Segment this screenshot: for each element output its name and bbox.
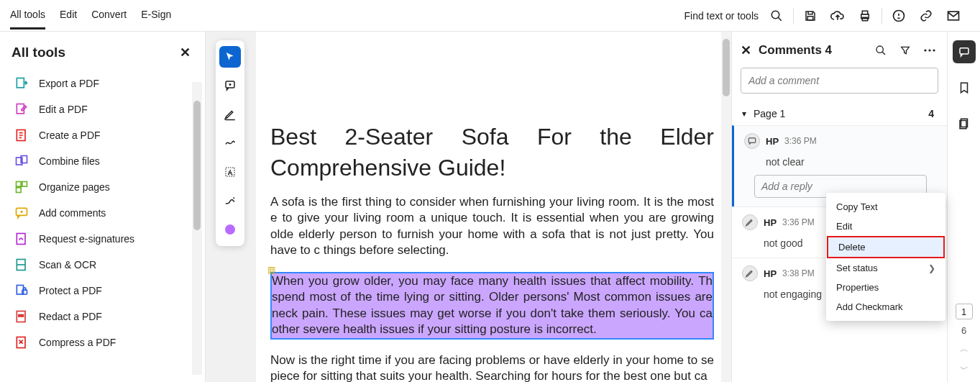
tab-edit[interactable]: Edit	[60, 1, 77, 29]
menu-edit[interactable]: Edit	[826, 217, 945, 236]
more-icon[interactable]	[921, 42, 938, 59]
tab-all-tools[interactable]: All tools	[10, 1, 45, 29]
page-down-icon[interactable]: ﹀	[956, 362, 973, 376]
sidebar-item-signatures[interactable]: Request e-signatures	[10, 226, 199, 252]
sidebar-item-redact[interactable]: Redact a PDF	[10, 304, 199, 329]
svg-rect-32	[748, 138, 755, 142]
paragraph-3: Now is the right time if you are facing …	[270, 353, 714, 383]
menu-copy-text[interactable]: Copy Text	[826, 197, 945, 217]
ai-icon[interactable]	[885, 2, 912, 29]
comments-title: Comments 4	[759, 43, 865, 58]
annotation-toolbar: A	[216, 40, 244, 246]
comment-icon	[14, 206, 29, 220]
comments-rail-icon[interactable]	[953, 40, 976, 63]
top-menu-bar: All tools Edit Convert E-Sign Find text …	[0, 0, 980, 32]
sidebar-item-label: Create a PDF	[39, 129, 101, 141]
sidebar-item-compress[interactable]: Compress a PDF	[10, 329, 199, 355]
protect-icon	[14, 283, 29, 298]
comments-page-header[interactable]: ▾ Page 1 4	[732, 102, 947, 125]
svg-point-27	[876, 46, 883, 53]
search-icon[interactable]	[763, 2, 790, 29]
color-picker-icon[interactable]	[219, 219, 241, 240]
comment-body: not clear	[766, 156, 937, 168]
svg-rect-8	[17, 78, 24, 88]
document-page: Best 2-Seater Sofa For the Elder Compreh…	[256, 32, 731, 382]
page-total: 6	[961, 325, 966, 336]
menu-delete[interactable]: Delete	[827, 236, 945, 258]
sidebar-scrollbar[interactable]	[192, 82, 202, 375]
sidebar-item-combine[interactable]: Combine files	[10, 148, 199, 174]
bookmarks-rail-icon[interactable]	[953, 76, 976, 99]
add-comment-input[interactable]: Add a comment	[741, 68, 938, 94]
filter-icon[interactable]	[897, 42, 914, 59]
comment-time: 3:38 PM	[782, 268, 815, 278]
sidebar-item-label: Organize pages	[39, 181, 110, 193]
tab-esign[interactable]: E-Sign	[141, 1, 171, 29]
link-icon[interactable]	[912, 2, 940, 29]
document-area: A Best 2-Seater Sofa For the Elder Compr…	[206, 32, 731, 382]
svg-rect-15	[17, 188, 22, 193]
comment-author: HP	[764, 217, 777, 228]
sticky-note-marker-icon[interactable]: ▥	[267, 265, 275, 275]
comment-type-icon	[744, 133, 760, 149]
pages-rail-icon[interactable]	[953, 112, 976, 135]
page-scrollbar[interactable]	[721, 32, 731, 382]
organize-icon	[14, 180, 29, 194]
menu-set-status[interactable]: Set status❯	[826, 258, 945, 278]
menu-add-checkmark[interactable]: Add Checkmark	[826, 297, 945, 317]
menu-properties[interactable]: Properties	[826, 278, 945, 297]
draw-tool-icon[interactable]	[219, 190, 241, 212]
find-label[interactable]: Find text or tools	[684, 10, 759, 22]
close-icon[interactable]: ✕	[180, 45, 191, 60]
scan-icon	[14, 258, 29, 272]
tab-convert[interactable]: Convert	[91, 1, 127, 29]
comment-type-icon	[742, 265, 758, 281]
sidebar-item-organize[interactable]: Organize pages	[10, 174, 199, 200]
search-comments-icon[interactable]	[872, 42, 889, 59]
mail-icon[interactable]	[940, 2, 967, 29]
create-pdf-icon	[14, 128, 29, 142]
redact-icon	[14, 309, 29, 324]
highlighted-selection[interactable]: ▥ When you grow older, you may face many…	[270, 272, 714, 340]
sidebar-all-tools: All tools ✕ Export a PDF Edit a PDF Crea…	[0, 32, 206, 382]
close-comments-icon[interactable]: ✕	[741, 42, 751, 58]
comment-time: 3:36 PM	[782, 217, 815, 227]
sidebar-item-edit-pdf[interactable]: Edit a PDF	[10, 96, 199, 122]
sidebar-item-add-comments[interactable]: Add comments	[10, 200, 199, 226]
highlighted-text: When you grow older, you may face many h…	[272, 273, 713, 338]
combine-icon	[14, 154, 29, 168]
svg-point-0	[771, 11, 779, 19]
compress-icon	[14, 335, 29, 350]
print-icon[interactable]	[851, 2, 879, 29]
page-up-icon[interactable]: ︿	[956, 342, 973, 356]
svg-line-28	[882, 52, 885, 55]
sidebar-item-create-pdf[interactable]: Create a PDF	[10, 122, 199, 148]
sidebar-item-label: Compress a PDF	[39, 337, 116, 348]
highlight-tool-icon[interactable]	[219, 104, 241, 125]
sidebar-item-protect[interactable]: Protect a PDF	[10, 278, 199, 304]
select-tool-icon[interactable]	[219, 46, 241, 68]
save-icon[interactable]	[797, 2, 824, 29]
sidebar-item-label: Export a PDF	[39, 78, 99, 89]
sidebar-item-scan-ocr[interactable]: Scan & OCR	[10, 252, 199, 278]
edit-pdf-icon	[14, 102, 29, 117]
svg-rect-2	[807, 16, 813, 19]
freehand-tool-icon[interactable]	[219, 132, 241, 154]
sidebar-title: All tools	[12, 45, 199, 60]
comment-type-icon	[742, 214, 758, 230]
chevron-right-icon: ❯	[928, 263, 935, 273]
svg-rect-13	[17, 182, 22, 187]
comment-context-menu: Copy Text Edit Delete Set status❯ Proper…	[826, 193, 945, 321]
text-select-icon[interactable]: A	[219, 161, 241, 183]
svg-point-30	[928, 49, 930, 51]
sticky-note-icon[interactable]	[219, 75, 241, 96]
page-number-input[interactable]: 1	[956, 304, 973, 319]
svg-rect-4	[862, 11, 868, 14]
sidebar-item-label: Protect a PDF	[39, 285, 102, 296]
comment-author: HP	[766, 136, 779, 147]
sidebar-item-label: Redact a PDF	[39, 311, 102, 322]
top-tabs: All tools Edit Convert E-Sign	[10, 1, 171, 29]
sidebar-item-export-pdf[interactable]: Export a PDF	[10, 71, 199, 96]
cloud-upload-icon[interactable]	[824, 2, 851, 29]
chevron-down-icon: ▾	[742, 109, 746, 119]
